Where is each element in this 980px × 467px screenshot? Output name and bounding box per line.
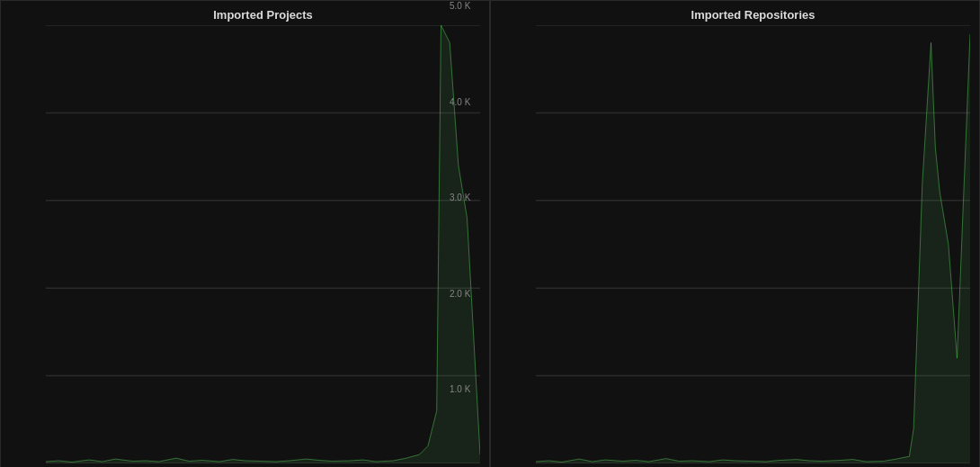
y-axis-label: 5.0 K: [450, 1, 470, 11]
y-axis-imported-repositories: 01.0 K2.0 K3.0 K4.0 K5.0 K: [450, 1, 470, 467]
chart-svg-imported-repositories: [536, 25, 970, 463]
chart-panel-imported-projects: Imported Projects01.0 K2.0 K3.0 K4.0 K5.…: [0, 0, 490, 467]
svg-marker-6: [46, 25, 480, 463]
chart-area-imported-repositories: 5/295/305/316/16/26/36/4: [536, 25, 970, 463]
chart-title-imported-projects: Imported Projects: [46, 8, 480, 22]
y-axis-label: 4.0 K: [450, 97, 470, 107]
chart-area-imported-projects: 5/295/305/316/16/26/36/4: [46, 25, 480, 463]
y-axis-label: 3.0 K: [450, 193, 470, 202]
chart-svg-imported-projects: [46, 25, 480, 463]
y-axis-label: 2.0 K: [450, 289, 470, 299]
chart-panel-imported-repositories: Imported Repositories01.0 K2.0 K3.0 K4.0…: [490, 0, 980, 467]
svg-marker-13: [536, 34, 970, 463]
y-axis-label: 1.0 K: [450, 384, 470, 394]
chart-title-imported-repositories: Imported Repositories: [536, 8, 970, 22]
dashboard: Imported Projects01.0 K2.0 K3.0 K4.0 K5.…: [0, 0, 980, 467]
